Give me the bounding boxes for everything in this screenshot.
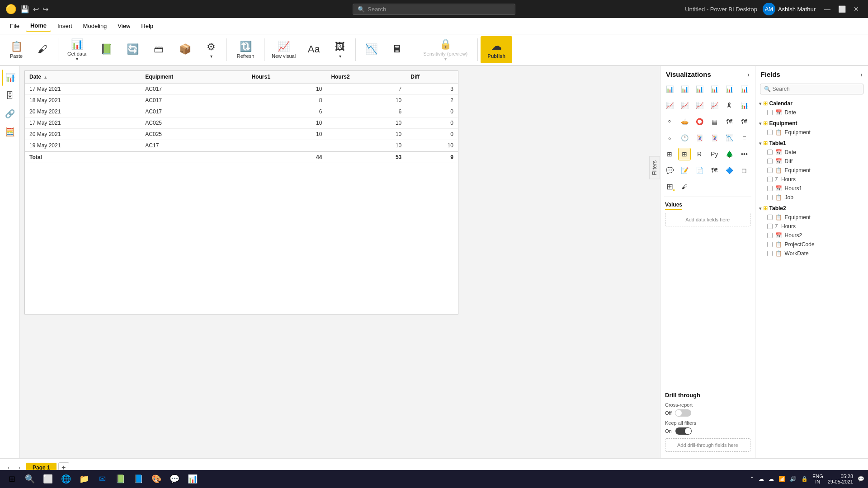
menu-modeling[interactable]: Modeling (79, 21, 112, 31)
table-row[interactable]: 17 May 2021AC02510100 (25, 117, 458, 129)
quick-calc-button[interactable]: 🖩 (385, 36, 410, 63)
field-checkbox[interactable] (767, 159, 773, 164)
textbox-button[interactable]: Aa (301, 36, 326, 63)
redo-icon[interactable]: ↪ (42, 5, 48, 14)
fields-search-input[interactable] (773, 86, 859, 92)
viz-stacked-column[interactable]: 📊 (723, 83, 736, 95)
viz-donut[interactable]: ⭕ (693, 115, 706, 128)
field-checkbox[interactable] (767, 130, 773, 135)
keep-filters-track[interactable] (675, 427, 692, 435)
table-row[interactable]: 20 May 2021AC017660 (25, 106, 458, 117)
field-checkbox[interactable] (767, 110, 773, 115)
viz-filled-map[interactable]: 🗺 (738, 115, 750, 128)
keep-filters-toggle[interactable] (675, 427, 692, 435)
viz-r-visual[interactable]: R (693, 148, 706, 160)
col-hours2[interactable]: Hours2 (326, 71, 406, 83)
menu-file[interactable]: File (5, 21, 24, 31)
viz-decomp-tree[interactable]: 🌲 (723, 148, 736, 160)
sidebar-report-icon[interactable]: 📊 (2, 70, 18, 86)
fields-expand-icon[interactable]: › (860, 71, 863, 78)
tree-table-header-calendar[interactable]: ▾ ⊞ Calendar (757, 99, 866, 108)
field-checkbox[interactable] (767, 168, 773, 173)
menu-insert[interactable]: Insert (53, 21, 77, 31)
field-checkbox[interactable] (767, 242, 773, 247)
viz-smart-narrative[interactable]: 📝 (678, 164, 691, 177)
field-job[interactable]: 📋 Job (757, 193, 866, 202)
add-fields-box[interactable]: Add data fields here (665, 213, 750, 226)
table-row[interactable]: 20 May 2021AC02510100 (25, 129, 458, 140)
table-row[interactable]: 17 May 2021AC0171073 (25, 83, 458, 95)
field-workdate[interactable]: 📋 WorkDate (757, 249, 866, 258)
format-painter-button[interactable]: 🖌 (30, 36, 55, 63)
field-checkbox[interactable] (767, 150, 773, 155)
field-equipment[interactable]: 📋 Equipment (757, 166, 866, 175)
sensitivity-button[interactable]: 🔒 Sensitivity (preview) ▾ (416, 36, 475, 63)
viz-card[interactable]: 🃏 (693, 131, 706, 144)
viz-qna[interactable]: 💬 (663, 164, 676, 177)
field-date[interactable]: 📅 Date (757, 108, 866, 117)
sidebar-model-icon[interactable]: 🔗 (2, 106, 18, 122)
add-drill-box[interactable]: Add drill-through fields here (665, 438, 750, 452)
viz-format-icon[interactable]: 🖌 (678, 180, 691, 193)
taskbar-teams[interactable]: 💬 (166, 471, 183, 487)
field-checkbox[interactable] (767, 233, 773, 238)
filters-tab[interactable]: Filters (649, 156, 660, 179)
taskbar-edge[interactable]: 🌐 (58, 471, 74, 487)
viz-more[interactable]: ••• (738, 148, 750, 160)
viz-slicer[interactable]: ≡ (738, 131, 750, 144)
viz-stacked-bar[interactable]: 📊 (663, 83, 676, 95)
paste-button[interactable]: 📋 Paste (4, 36, 29, 63)
undo-icon[interactable]: ↩ (33, 5, 39, 14)
dataflow-button[interactable]: 🔄 (120, 36, 145, 63)
viz-paginated[interactable]: 📄 (693, 164, 706, 177)
viz-multirow-card[interactable]: 🃏 (708, 131, 721, 144)
more-visuals-button[interactable]: 🖼 ▾ (327, 36, 353, 63)
viz-kpi[interactable]: 📉 (723, 131, 736, 144)
viz-map[interactable]: 🗺 (723, 115, 736, 128)
field-hours[interactable]: Σ Hours (757, 175, 866, 184)
menu-home[interactable]: Home (26, 20, 51, 32)
field-projectcode[interactable]: 📋 ProjectCode (757, 240, 866, 249)
user-info[interactable]: AM Ashish Mathur (763, 3, 816, 15)
col-equipment[interactable]: Equipment (141, 71, 247, 83)
field-date[interactable]: 📅 Date (757, 148, 866, 157)
viz-stacked-area[interactable]: 📈 (693, 99, 706, 112)
menu-help[interactable]: Help (137, 21, 158, 31)
kpi-button[interactable]: 📉 (359, 36, 384, 63)
viz-ribbon[interactable]: 🎗 (723, 99, 736, 112)
viz-line[interactable]: 📈 (663, 99, 676, 112)
tree-table-header-equipment[interactable]: ▾ ⊞ Equipment (757, 119, 866, 128)
transform-button[interactable]: ⚙ ▾ (198, 36, 224, 63)
save-icon[interactable]: 💾 (20, 5, 29, 14)
viz-pie[interactable]: 🥧 (678, 115, 691, 128)
field-checkbox[interactable] (767, 224, 773, 229)
col-diff[interactable]: Diff (406, 71, 458, 83)
viz-shape-map[interactable]: 🔷 (723, 164, 736, 177)
taskbar-paint[interactable]: 🎨 (148, 471, 165, 487)
viz-clustered-column[interactable]: 📊 (708, 83, 721, 95)
viz-blank[interactable]: ◻ (738, 164, 750, 177)
field-checkbox[interactable] (767, 177, 773, 182)
col-hours1[interactable]: Hours1 (247, 71, 326, 83)
viz-combo[interactable]: 📈 (708, 99, 721, 112)
excel-button[interactable]: 📗 (94, 36, 119, 63)
tree-table-header-table1[interactable]: ▾ ⊞ Table1 (757, 139, 866, 148)
table-row[interactable]: 19 May 2021AC171010 (25, 140, 458, 152)
publish-button[interactable]: ☁ Publish (481, 36, 512, 63)
viz-area[interactable]: 📈 (678, 99, 691, 112)
field-hours2[interactable]: 📅 Hours2 (757, 231, 866, 240)
start-button[interactable]: ⊞ (4, 471, 20, 487)
sidebar-dax-icon[interactable]: 🧮 (2, 124, 18, 140)
taskbar-task-view[interactable]: ⬜ (40, 471, 56, 487)
taskbar-volume-icon[interactable]: 🔊 (790, 476, 797, 482)
sql-button[interactable]: 🗃 (146, 36, 171, 63)
taskbar-explorer[interactable]: 📁 (76, 471, 92, 487)
viz-matrix[interactable]: ⊞ (663, 148, 676, 160)
refresh-button[interactable]: 🔃 Refresh (230, 36, 261, 63)
field-checkbox[interactable] (767, 251, 773, 256)
col-date[interactable]: Date ▲ (25, 71, 141, 83)
new-visual-button[interactable]: 📈 New visual (267, 36, 300, 63)
taskbar-up-arrow[interactable]: ⌃ (750, 476, 754, 482)
sidebar-data-icon[interactable]: 🗄 (2, 88, 18, 104)
field-checkbox[interactable] (767, 195, 773, 200)
